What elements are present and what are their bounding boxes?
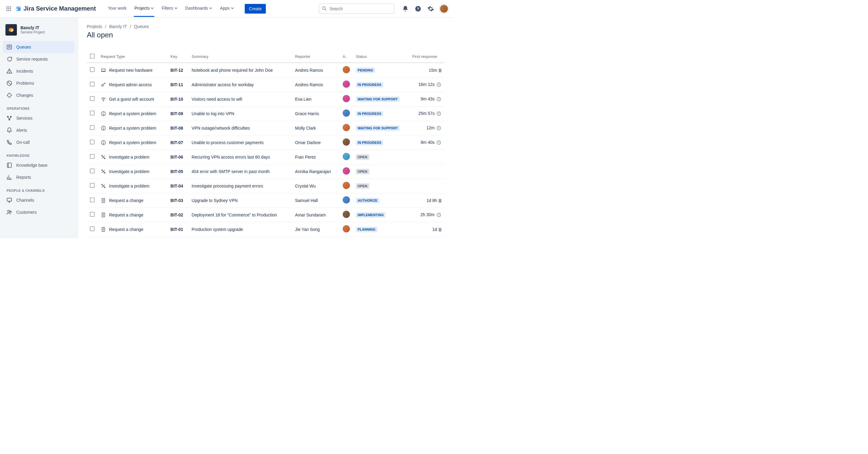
col-key[interactable]: Key [167,51,189,63]
issue-key[interactable]: BIT-03 [167,193,189,208]
row-checkbox[interactable] [90,82,95,87]
col-request-type[interactable]: Request Type [98,51,167,63]
issue-key[interactable]: BIT-10 [167,92,189,107]
sidebar-item-reports[interactable]: Reports [3,171,74,183]
row-checkbox[interactable] [90,226,95,231]
status-badge[interactable]: OPEN [356,183,369,189]
status-badge[interactable]: PLANNING [356,227,377,232]
row-checkbox[interactable] [90,67,95,72]
nav-your-work[interactable]: Your work [107,0,127,17]
issue-key[interactable]: BIT-11 [167,78,189,92]
issue-key[interactable]: BIT-06 [167,150,189,164]
status-badge[interactable]: WAITING FOR SUPPORT [356,125,400,131]
help-icon[interactable]: ? [414,5,422,13]
sidebar-item-customers[interactable]: Customers [3,206,74,218]
project-header[interactable]: Bancly IT Service Project [3,23,74,41]
table-row[interactable]: Request new hardwareBIT-12Notebook and p… [87,63,444,78]
app-switcher-icon[interactable] [5,5,13,13]
assignee-avatar[interactable] [343,182,350,189]
row-checkbox[interactable] [90,183,95,188]
issue-summary[interactable]: Production system upgrade [189,222,292,237]
assignee-avatar[interactable] [343,95,350,102]
status-badge[interactable]: IN PROGRESS [356,82,383,87]
breadcrumb-queues[interactable]: Queues [134,24,149,29]
issue-key[interactable]: BIT-07 [167,135,189,150]
breadcrumb-projects[interactable]: Projects [87,24,102,29]
status-badge[interactable]: OPEN [356,169,369,174]
status-badge[interactable]: IN PROGRESS [356,140,383,145]
row-checkbox[interactable] [90,154,95,159]
status-badge[interactable]: IN PROGRESS [356,111,383,116]
issue-summary[interactable]: 404 error with SMTP server in past month [189,164,292,179]
sidebar-item-queues[interactable]: Queues [3,41,74,53]
table-row[interactable]: Request a changeBIT-03Upgrade to Sydney … [87,193,444,208]
table-row[interactable]: Request admin accessBIT-11Administrator … [87,78,444,92]
assignee-avatar[interactable] [343,124,350,131]
issue-summary[interactable]: Notebook and phone required for John Doe [189,63,292,78]
assignee-avatar[interactable] [343,139,350,146]
create-button[interactable]: Create [245,4,266,13]
table-row[interactable]: Get a guest wifi accountBIT-10Visitors n… [87,92,444,107]
status-badge[interactable]: AUTHORIZE [356,198,379,203]
table-row[interactable]: Request a changeBIT-01Production system … [87,222,444,237]
search-field[interactable] [319,4,394,14]
assignee-avatar[interactable] [343,211,350,218]
issue-key[interactable]: BIT-01 [167,222,189,237]
table-row[interactable]: Report a system problemBIT-08VPN outage/… [87,121,444,135]
sidebar-item-service-requests[interactable]: Service requests [3,53,74,65]
sidebar-item-services[interactable]: Services [3,112,74,124]
issue-summary[interactable]: Deployment 18 for "Commerce" to Producti… [189,208,292,222]
assignee-avatar[interactable] [343,81,350,88]
row-checkbox[interactable] [90,111,95,116]
issue-key[interactable]: BIT-09 [167,107,189,121]
assignee-avatar[interactable] [343,225,350,233]
status-badge[interactable]: OPEN [356,154,369,160]
issue-key[interactable]: BIT-04 [167,179,189,193]
sidebar-item-problems[interactable]: Problems [3,77,74,89]
row-checkbox[interactable] [90,169,95,173]
issue-summary[interactable]: Investigate processing payment errors [189,179,292,193]
issue-key[interactable]: BIT-02 [167,208,189,222]
search-input[interactable] [319,4,394,14]
assignee-avatar[interactable] [343,196,350,204]
select-all-checkbox[interactable] [90,54,95,59]
table-row[interactable]: Investigate a problemBIT-04Investigate p… [87,179,444,193]
row-checkbox[interactable] [90,140,95,144]
status-badge[interactable]: WAITING FOR SUPPORT [356,96,400,102]
col-status[interactable]: Status [353,51,409,63]
assignee-avatar[interactable] [343,66,350,73]
col-summary[interactable]: Summary [189,51,292,63]
assignee-avatar[interactable] [343,167,350,175]
issue-key[interactable]: BIT-05 [167,164,189,179]
issue-key[interactable]: BIT-12 [167,63,189,78]
issue-summary[interactable]: VPN outage/network difficulties [189,121,292,135]
col-first-response[interactable]: First response [409,51,444,63]
sidebar-item-on-call[interactable]: On-call [3,136,74,148]
table-row[interactable]: Request a changeBIT-02Deployment 18 for … [87,208,444,222]
row-checkbox[interactable] [90,96,95,101]
issue-summary[interactable]: Unable to process customer payments [189,135,292,150]
user-avatar[interactable] [439,4,448,13]
sidebar-item-channels[interactable]: Channels [3,194,74,206]
nav-dashboards[interactable]: Dashboards [185,0,213,17]
settings-icon[interactable] [427,5,435,13]
col-assignee[interactable]: A.. [340,51,353,63]
row-checkbox[interactable] [90,212,95,217]
issue-summary[interactable]: Recurring VPN access errors last 60 days [189,150,292,164]
notifications-icon[interactable] [401,5,409,13]
col-reporter[interactable]: Reporter [292,51,340,63]
sidebar-item-changes[interactable]: Changes [3,89,74,101]
issue-key[interactable]: BIT-08 [167,121,189,135]
product-logo[interactable]: Jira Service Management [15,5,96,12]
sidebar-item-alerts[interactable]: Alerts [3,124,74,136]
status-badge[interactable]: IMPLEMENTING [356,212,386,218]
issue-summary[interactable]: Upgrade to Sydney VPN [189,193,292,208]
table-row[interactable]: Investigate a problemBIT-05404 error wit… [87,164,444,179]
row-checkbox[interactable] [90,198,95,202]
nav-projects[interactable]: Projects [134,0,155,17]
table-row[interactable]: Report a system problemBIT-07Unable to p… [87,135,444,150]
assignee-avatar[interactable] [343,153,350,160]
issue-summary[interactable]: Visitors need access to wifi [189,92,292,107]
assignee-avatar[interactable] [343,110,350,117]
nav-filters[interactable]: Filters [161,0,178,17]
